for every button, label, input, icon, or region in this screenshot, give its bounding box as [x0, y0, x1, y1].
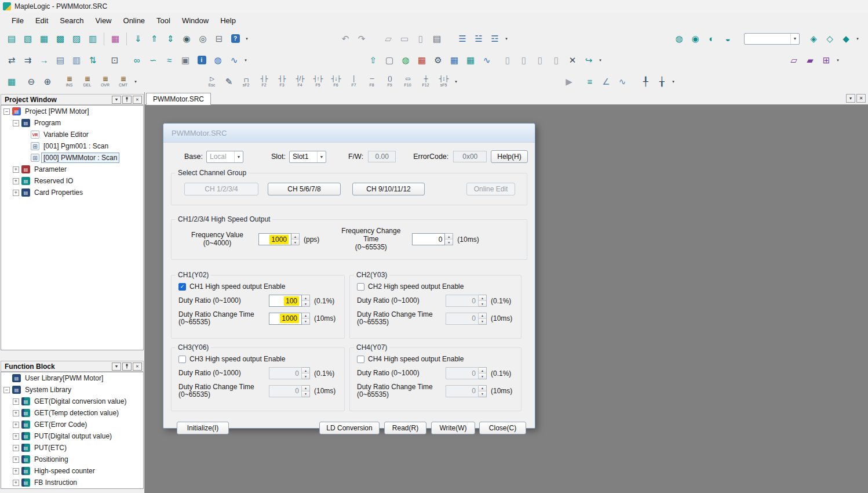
spin-up-icon[interactable]: ▲ — [302, 313, 309, 319]
verify-program-icon[interactable]: ⇕ — [162, 31, 178, 46]
info-icon[interactable]: i — [194, 53, 210, 68]
frequency-change-time-input[interactable]: 0 — [412, 233, 445, 245]
falling-contact-icon[interactable]: ┤↓├F6 — [327, 74, 345, 89]
project-tree-item[interactable]: ⊞[000] PWMMotor : Scan — [1, 152, 143, 164]
project-tree-item[interactable]: VRVariable Editor — [1, 129, 143, 140]
dropdown-caret-icon[interactable]: ▾ — [453, 74, 459, 89]
f2-tool-icon[interactable]: ┤├F2 — [255, 74, 273, 89]
device-address-combobox[interactable]: ▼ — [744, 33, 800, 45]
doc-settings-icon[interactable]: ▯ — [548, 53, 564, 68]
zoom-in-icon[interactable]: ⊕ — [39, 74, 56, 89]
settings-gear-icon[interactable]: ⚙ — [430, 53, 446, 68]
comment-edit-icon[interactable]: ▦CMT — [114, 74, 132, 89]
link-setup-icon[interactable]: ∞ — [129, 53, 145, 68]
expand-icon[interactable]: + — [13, 178, 19, 184]
comment-icon[interactable]: ▤ — [429, 31, 445, 46]
collapse-icon[interactable]: − — [3, 108, 10, 115]
menu-help[interactable]: Help — [214, 14, 242, 27]
project-tree-item[interactable]: +▤Parameter — [1, 164, 143, 175]
expand-icon[interactable]: + — [13, 456, 19, 463]
stack-view-icon[interactable]: ≡ — [582, 74, 598, 89]
ch3-enable-checkbox[interactable] — [178, 356, 186, 363]
spin-up-icon[interactable]: ▲ — [445, 234, 453, 240]
export-data-icon[interactable]: ⇧ — [365, 53, 381, 68]
spin-down-icon[interactable]: ▼ — [302, 392, 309, 397]
function-block-tree-item[interactable]: +▤High-speed counter — [1, 465, 143, 477]
project-tree-item[interactable]: +▤Reserved IO — [1, 175, 143, 187]
duty-ratio-ch1-input[interactable]: 100 — [269, 295, 302, 307]
batch-transfer-icon[interactable]: ⇉ — [20, 53, 36, 68]
ch-5-6-7-8-button[interactable]: CH 5/6/7/8 — [268, 183, 341, 195]
spin-up-icon[interactable]: ▲ — [302, 386, 309, 392]
menu-file[interactable]: File — [6, 14, 30, 27]
web-browser-icon[interactable]: ◍ — [210, 53, 226, 68]
help-button[interactable]: Help(H) — [491, 150, 528, 163]
menu-search[interactable]: Search — [54, 14, 89, 27]
spin-up-icon[interactable]: ▲ — [302, 295, 309, 301]
project-tree-item[interactable]: ⊞[001] Pgm001 : Scan — [1, 140, 143, 152]
function-block-tree-item[interactable]: +▤GET(Temp detection value) — [1, 407, 143, 419]
memo-icon[interactable]: ▯ — [413, 31, 429, 46]
function-block-tree-item[interactable]: +▤PUT(ETC) — [1, 442, 143, 454]
data-table-icon[interactable]: ▦ — [462, 53, 479, 68]
doc-print-icon[interactable]: ▯ — [532, 53, 548, 68]
delete-all-icon[interactable]: ✕ — [564, 53, 581, 68]
menu-edit[interactable]: Edit — [30, 14, 54, 27]
run-program-icon[interactable]: ▶ — [561, 74, 577, 89]
ch4-enable-checkbox[interactable] — [357, 356, 364, 363]
run-mode-icon[interactable]: ◈ — [805, 31, 822, 46]
panel-close-button[interactable]: ✕ — [133, 96, 142, 104]
link-enable-icon[interactable]: ∽ — [145, 53, 161, 68]
spin-up-icon[interactable]: ▲ — [479, 295, 486, 301]
stop-mode-icon[interactable]: ◇ — [822, 31, 838, 46]
copy-program-icon[interactable]: ▥ — [68, 53, 85, 68]
function-block-tree-item[interactable]: +▤GET(Error Code) — [1, 419, 143, 430]
function-block-tree-item[interactable]: −▤System Library — [1, 384, 143, 396]
duty-ratio-ch2-input[interactable]: 0 — [446, 295, 479, 307]
function-block-tree-item[interactable]: +▤FB Instruction — [1, 477, 143, 488]
io-allocation-icon[interactable]: ▦ — [414, 53, 430, 68]
panel-splitter[interactable] — [1, 350, 144, 361]
spin-down-icon[interactable]: ▼ — [302, 374, 309, 379]
menu-online[interactable]: Online — [118, 14, 151, 27]
collapse-icon[interactable]: − — [3, 387, 10, 393]
insert-program-icon[interactable]: ▤ — [52, 53, 68, 68]
import-icon[interactable]: ▩ — [52, 31, 68, 46]
menu-tool[interactable]: Tool — [151, 14, 176, 27]
monitor-start-icon[interactable]: ◍ — [671, 31, 687, 46]
download-to-plc-icon[interactable]: ⇓ — [130, 31, 146, 46]
open-contact-icon[interactable]: ┤├F3 — [273, 74, 291, 89]
expand-icon[interactable]: + — [13, 433, 19, 440]
duty-ratio-change-time-ch3-input[interactable]: 0 — [269, 385, 302, 397]
new-project-icon[interactable]: ▤ — [3, 31, 20, 46]
print-icon[interactable]: ⊟ — [211, 31, 227, 46]
overwrite-mode-icon[interactable]: ▦OVR — [96, 74, 114, 89]
read-button[interactable]: Read(R) — [384, 422, 426, 434]
frequency-value-input[interactable]: 1000 — [258, 233, 291, 245]
spin-down-icon[interactable]: ▼ — [445, 240, 453, 245]
ladder-insert-icon[interactable]: ╀ — [637, 74, 654, 89]
duty-ratio-change-time-ch1-input[interactable]: 1000 — [269, 313, 302, 325]
edit-pencil-icon[interactable]: ✎ — [221, 74, 237, 89]
doc-report-icon[interactable]: ▯ — [499, 53, 516, 68]
dropdown-caret-icon[interactable]: ▾ — [854, 31, 861, 46]
spin-down-icon[interactable]: ▼ — [479, 319, 486, 324]
spin-down-icon[interactable]: ▼ — [479, 392, 486, 397]
cross-reference-icon[interactable]: ☰ — [454, 31, 471, 46]
ch1-enable-checkbox[interactable]: ✓ — [178, 283, 186, 291]
dropdown-caret-icon[interactable]: ▾ — [834, 53, 841, 68]
undo-icon[interactable]: ↶ — [337, 31, 353, 46]
expand-icon[interactable]: + — [13, 422, 19, 428]
panel-menu-button[interactable]: ▼ — [112, 96, 121, 104]
spin-up-icon[interactable]: ▲ — [302, 368, 309, 374]
expand-icon[interactable]: + — [13, 445, 19, 451]
spin-down-icon[interactable]: ▼ — [479, 301, 486, 306]
ld-conversion-button[interactable]: LD Conversion — [319, 422, 380, 434]
output-coil-icon[interactable]: ( )F9 — [381, 74, 399, 89]
duty-ratio-ch3-input[interactable]: 0 — [269, 367, 302, 379]
window-arrange-icon[interactable]: ⊞ — [818, 53, 834, 68]
close-button[interactable]: Close(C) — [479, 422, 526, 434]
spin-down-icon[interactable]: ▼ — [291, 240, 299, 245]
project-tree-item[interactable]: +▤Card Properties — [1, 187, 143, 198]
save-all-icon[interactable]: ▥ — [85, 31, 101, 46]
